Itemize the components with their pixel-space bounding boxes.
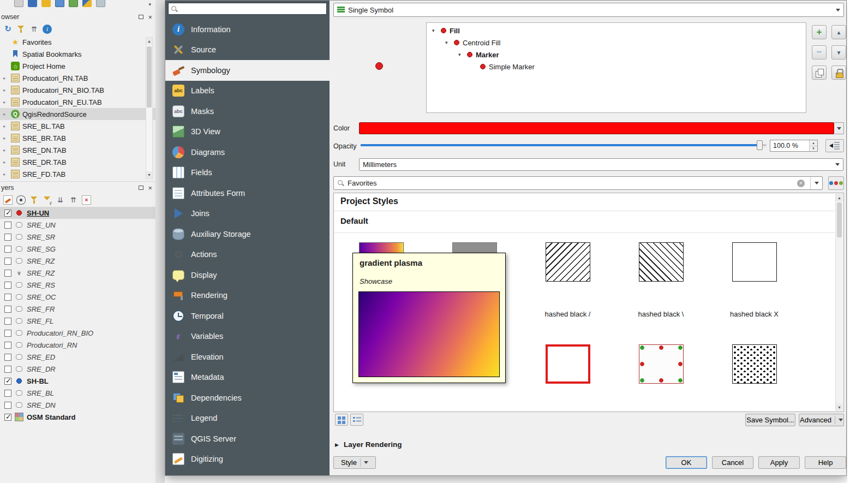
layer-visibility-checkbox[interactable] xyxy=(4,402,11,409)
toolbar-icon[interactable] xyxy=(96,0,105,7)
properties-tab[interactable]: Actions xyxy=(165,245,330,265)
layer-visibility-checkbox[interactable] xyxy=(4,282,11,289)
layer-visibility-checkbox[interactable] xyxy=(4,330,11,337)
layer-item[interactable]: SRE_ED xyxy=(0,351,155,363)
expander-icon[interactable]: ▸ xyxy=(3,123,8,129)
expander-icon[interactable]: ▸ xyxy=(3,135,8,141)
properties-tab[interactable]: Dependencies xyxy=(165,387,330,408)
properties-tab[interactable]: Information xyxy=(165,19,330,40)
lock-colors-button[interactable] xyxy=(831,65,846,80)
layer-visibility-checkbox[interactable] xyxy=(4,210,11,217)
browser-item[interactable]: ▸ Producatori_RN_EU.TAB xyxy=(0,96,155,108)
properties-tab[interactable]: Fields xyxy=(165,163,330,183)
apply-button[interactable]: Apply xyxy=(758,456,800,469)
toolbar-icon[interactable] xyxy=(28,0,37,7)
float-panel-icon[interactable] xyxy=(139,186,143,190)
layer-item[interactable]: SRE_RS xyxy=(0,279,155,291)
layer-rendering-section[interactable]: ▶ Layer Rendering xyxy=(335,440,402,449)
browser-toolbar-icon[interactable] xyxy=(16,25,26,34)
layer-visibility-checkbox[interactable] xyxy=(4,222,11,229)
properties-tab[interactable]: Attributes Form xyxy=(165,183,330,204)
browser-item[interactable]: ▸ Producatori_RN_BIO.TAB xyxy=(0,84,155,96)
style-search-box[interactable]: Favorites × xyxy=(333,176,823,190)
properties-tab[interactable]: Auxiliary Storage xyxy=(165,224,330,245)
save-symbol-button[interactable]: Save Symbol... xyxy=(745,414,795,426)
clear-search-icon[interactable]: × xyxy=(797,180,805,187)
collapsed-arrow-icon[interactable]: ▶ xyxy=(335,442,339,448)
icon-view-button[interactable] xyxy=(335,414,348,426)
layer-visibility-checkbox[interactable] xyxy=(4,246,11,253)
slider-handle[interactable] xyxy=(757,140,763,150)
spin-up-icon[interactable]: ▲ xyxy=(810,140,817,146)
scroll-down-icon[interactable]: ▼ xyxy=(836,403,843,411)
layer-item[interactable]: SRE_RZ xyxy=(0,267,155,279)
layer-visibility-checkbox[interactable] xyxy=(4,366,11,373)
layers-toolbar-icon[interactable] xyxy=(69,195,78,205)
expander-icon[interactable]: ▸ xyxy=(3,147,8,153)
layers-toolbar-icon[interactable] xyxy=(3,195,13,205)
duplicate-symbol-layer-button[interactable] xyxy=(812,65,827,80)
layer-item[interactable]: SRE_SR xyxy=(0,231,155,243)
style-item[interactable] xyxy=(521,343,614,412)
expander-icon[interactable]: ▸ xyxy=(3,87,8,93)
layers-toolbar-icon[interactable] xyxy=(16,195,26,205)
expander-icon[interactable]: ▸ xyxy=(3,159,8,165)
browser-item[interactable]: ▸ Favorites xyxy=(0,36,155,48)
symbol-layer-row[interactable]: ▾ Simple Marker xyxy=(427,61,806,73)
layer-item[interactable]: SRE_RZ xyxy=(0,255,155,267)
layer-item[interactable]: SH-UN xyxy=(0,207,155,219)
layer-item[interactable]: SRE_DR xyxy=(0,363,155,375)
list-view-button[interactable] xyxy=(350,414,363,426)
style-menu-button[interactable]: Style xyxy=(333,456,376,469)
layer-item[interactable]: SH-BL xyxy=(0,375,155,387)
search-dropdown-button[interactable] xyxy=(810,177,822,189)
layers-toolbar-icon[interactable] xyxy=(56,195,65,205)
advanced-button[interactable]: Advanced xyxy=(799,414,844,426)
layer-visibility-checkbox[interactable] xyxy=(4,318,11,325)
style-item[interactable]: hashed black \ xyxy=(614,241,708,318)
layer-item[interactable]: SRE_UN xyxy=(0,219,155,231)
layer-item[interactable]: OSM Standard xyxy=(0,411,155,423)
toolbar-icon[interactable] xyxy=(41,0,51,7)
browser-item[interactable]: ▸ Spatial Bookmarks xyxy=(0,48,155,60)
spin-buttons[interactable]: ▲▼ xyxy=(809,140,817,151)
layer-item[interactable]: SRE_FR xyxy=(0,303,155,315)
style-manager-button[interactable] xyxy=(828,176,844,190)
layers-toolbar-icon[interactable] xyxy=(29,195,39,205)
browser-item[interactable]: ▸ SRE_DN.TAB xyxy=(0,144,155,156)
toolbar-overflow-arrow[interactable]: ▾ xyxy=(148,0,151,7)
layer-visibility-checkbox[interactable] xyxy=(4,294,11,301)
layer-item[interactable]: SRE_FL xyxy=(0,315,155,327)
toolbar-icon[interactable] xyxy=(69,0,78,7)
layer-item[interactable]: SRE_OC xyxy=(0,291,155,303)
opacity-slider[interactable] xyxy=(361,140,767,151)
close-panel-icon[interactable]: × xyxy=(148,184,152,192)
symbol-layer-row[interactable]: ▾ Marker xyxy=(427,49,806,61)
expander-icon[interactable]: ▸ xyxy=(3,111,8,117)
properties-tab[interactable]: Digitizing xyxy=(165,449,330,470)
style-item[interactable]: hashed black / xyxy=(521,241,614,318)
ok-button[interactable]: OK xyxy=(666,456,707,469)
unit-combo[interactable]: Millimeters xyxy=(359,158,843,171)
properties-tab[interactable]: Labels xyxy=(165,81,330,102)
browser-item[interactable]: ▸ QgisRednordSource xyxy=(0,108,155,120)
browser-toolbar-icon[interactable] xyxy=(43,25,52,34)
nav-search-input[interactable] xyxy=(180,5,324,13)
layers-toolbar-icon[interactable] xyxy=(82,195,91,205)
browser-toolbar-icon[interactable] xyxy=(3,25,13,34)
expander-icon[interactable]: ▸ xyxy=(3,99,8,105)
layer-visibility-checkbox[interactable] xyxy=(4,342,11,349)
expander-icon[interactable]: ▾ xyxy=(445,40,451,45)
layer-item[interactable]: SRE_DN xyxy=(0,399,155,411)
layer-item[interactable]: Producatori_RN xyxy=(0,339,155,351)
expander-icon[interactable]: ▾ xyxy=(432,28,438,33)
toolbar-icon[interactable] xyxy=(14,0,23,7)
browser-toolbar-icon[interactable] xyxy=(29,25,39,34)
style-item[interactable] xyxy=(708,343,801,412)
properties-tab[interactable]: Variables xyxy=(165,326,330,347)
expander-icon[interactable]: ▾ xyxy=(458,52,464,57)
layers-toolbar-icon[interactable] xyxy=(43,195,52,205)
properties-tab[interactable]: 3D View xyxy=(165,122,330,142)
add-symbol-layer-button[interactable]: + xyxy=(812,25,827,39)
opacity-spinbox[interactable]: 100.0 % ▲▼ xyxy=(770,140,818,152)
